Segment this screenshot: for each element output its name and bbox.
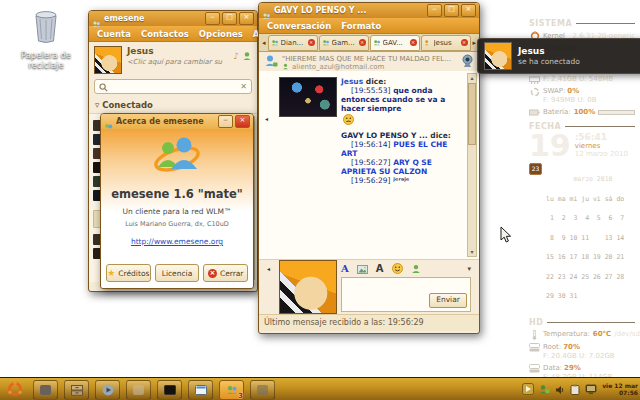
collapse-avatar-icon[interactable]: ◂ [267,265,270,272]
own-avatar[interactable] [279,260,337,314]
menu-formato[interactable]: Formato [337,21,385,31]
taskbar-button-4[interactable] [126,380,151,400]
ubuntu-menu-button[interactable] [3,380,26,398]
conv-statusbar: Último mensaje recibido a las: 19:56:29 [259,314,479,331]
chat-message-area[interactable]: ◂ Jesus dice: [19:55:53] que onda entonc… [259,71,479,260]
mouse-cursor [500,226,512,248]
insert-image-button[interactable] [357,259,368,278]
about-website-link[interactable]: http://www.emesene.org [131,237,223,246]
nudge-button[interactable] [411,259,421,278]
about-minimize-button[interactable]: ‒ [218,115,233,128]
desktop: Papelera de reciclaje SISTEMA Kernel 2.6… [0,0,640,400]
status-online-icon[interactable] [242,46,252,65]
calendar: 23 marzo 2010 lu ma mi ju vi sá do 1 2 3… [529,163,635,313]
music-note-icon[interactable]: ♪ [233,51,239,61]
unread-badge: 3 [238,392,243,400]
taskbar-clock[interactable]: vie 12 mar 07:56 [602,382,638,396]
menu-cuenta[interactable]: Cuenta [93,29,135,39]
about-body: emesene 1.6 "mate" Un cliente para la re… [101,129,253,288]
group-header-conectado[interactable]: ▿ Conectado [89,97,257,113]
tab-close-icon[interactable]: × [308,39,315,46]
webcam-icon[interactable] [461,53,474,72]
tray-player-icon[interactable] [522,380,534,399]
contact-email: aliento_azul@hotmail.com [282,63,457,71]
connect-notification[interactable]: Jesus se ha conectado [477,38,640,74]
conv-titlebar[interactable]: GAVY LO PENSO Y ... ‒ □ × [259,3,479,18]
recycle-bin-desktop-icon[interactable]: Papelera de reciclaje [8,10,84,70]
menu-contactos[interactable]: Contactos [137,29,193,39]
conv-minimize-button[interactable]: ‒ [427,4,442,17]
close-button[interactable]: × [239,12,254,25]
battery-row: Batería: 100% [529,108,635,117]
license-button[interactable]: Licencia [155,264,200,282]
minimize-button[interactable]: ‒ [205,12,220,25]
cerrar-button[interactable]: ×Cerrar [203,264,248,282]
compose-area: ◂ A A ▾ Enviar [259,259,479,313]
tab-gam[interactable]: Gam...× [319,35,369,51]
buddy-icon [271,39,279,47]
message-input[interactable]: Enviar [341,277,471,312]
maximize-button[interactable]: □ [222,12,237,25]
tab-scroll-left-icon[interactable]: ◂ [261,39,267,47]
font-button[interactable]: A [376,263,384,275]
menu-opciones[interactable]: Opciones [195,29,247,39]
conversation-tabs: ◂ Dian...× Gam...× GAV...× Jesus× ▸ [259,34,479,52]
user-name: Jesus [127,46,223,56]
scroll-down-icon[interactable]: ▾ [468,248,476,256]
menu-conversacion[interactable]: Conversación [263,21,335,31]
chat-message: [19:56:29] ʲᵉʳᵃʲᵉ [341,176,466,185]
swap-icon [529,87,540,97]
battery-bar [598,110,635,115]
tray-clipboard-icon[interactable] [570,380,580,399]
media-player-icon [102,384,114,396]
chat-scrollbar[interactable]: ▴ ▾ [467,73,477,257]
send-button[interactable]: Enviar [429,293,467,308]
scroll-up-icon[interactable]: ▴ [468,74,476,82]
mini-buddy-icon [282,63,289,70]
user-status-message[interactable]: <Clic aquí para cambiar su mensaje ... [127,58,223,66]
taskbar-button-messenger[interactable]: 3 [219,380,244,400]
tab-close-icon[interactable]: × [410,39,417,46]
star-icon: ★ [107,269,115,278]
toolbar-more-icon[interactable]: ▾ [467,265,471,273]
tab-close-icon[interactable]: × [359,39,366,46]
conv-maximize-button[interactable]: □ [444,4,459,17]
thermometer-icon [529,330,540,340]
tray-volume-icon[interactable] [555,380,565,399]
credits-button[interactable]: ★Créditos [106,264,151,282]
tray-msn-icon[interactable] [539,380,550,399]
notification-text: se ha conectado [518,57,580,67]
format-toolbar: A A ▾ [341,261,471,276]
font-color-button[interactable]: A [341,263,349,275]
chat-messages: Jesus dice: [19:55:53] que onda entonces… [341,77,466,185]
tray-network-icon[interactable] [585,380,597,399]
taskbar-button-3[interactable] [95,380,120,400]
msn-logo-icon [101,135,253,183]
tab-jesus[interactable]: Jesus× [421,35,471,51]
about-close-button[interactable]: × [235,115,250,128]
close-circle-icon: × [208,269,217,278]
taskbar-button-2[interactable] [64,380,89,400]
taskbar-button-5[interactable] [157,380,182,400]
message-author: Jesus dice: [341,77,466,86]
conv-close-button[interactable]: × [461,4,476,17]
taskbar-button-1[interactable] [33,380,58,400]
tab-close-icon[interactable]: × [461,39,468,46]
message-author: GAVY LO PENSO Y ... dice: [341,131,466,140]
main-window-title: emesene [104,14,202,23]
buddy-icon [424,39,432,47]
user-avatar[interactable] [94,46,122,74]
collapse-avatar-icon[interactable]: ◂ [265,115,268,122]
contact-search-input[interactable]: ✕ [94,79,252,94]
about-titlebar[interactable]: Acerca de emesene ‒ × [101,114,253,129]
clock-block: 19 :56:41 viernes 12 marzo 2010 [529,133,635,159]
clear-search-icon[interactable]: ✕ [240,82,247,91]
tab-dian[interactable]: Dian...× [268,35,318,51]
taskbar-button-8[interactable] [250,380,275,400]
main-titlebar[interactable]: emesene ‒ □ × [89,11,257,26]
about-app-version: emesene 1.6 "mate" [101,187,253,201]
taskbar-button-6[interactable] [188,380,213,400]
emoticon-button[interactable] [392,259,403,278]
tab-gav-active[interactable]: GAV...× [370,35,420,51]
chat-message: [19:55:53] que onda entonces cuando se v… [341,86,466,113]
